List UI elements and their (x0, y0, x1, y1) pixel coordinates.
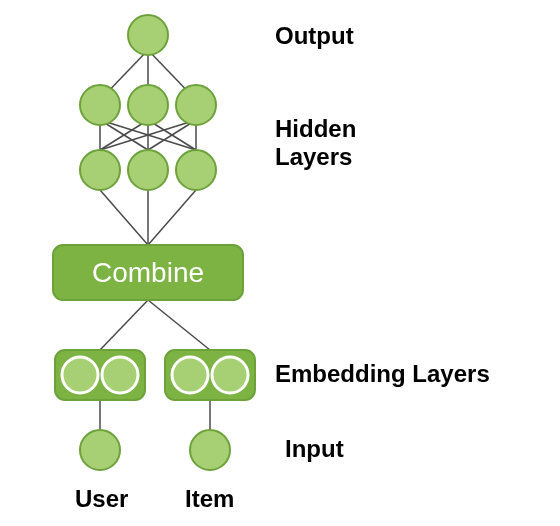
hidden-node (128, 85, 168, 125)
input-user-node (80, 430, 120, 470)
label-hidden: Hidden Layers (275, 115, 356, 170)
label-input: Input (285, 435, 344, 463)
embedding-user (55, 350, 145, 400)
label-user: User (75, 485, 128, 513)
svg-line-15 (100, 300, 148, 350)
svg-point-24 (212, 357, 248, 393)
svg-line-16 (148, 300, 210, 350)
diagram-svg: Combine (0, 0, 560, 526)
combine-label: Combine (92, 257, 204, 288)
label-item: Item (185, 485, 234, 513)
hidden-node (176, 85, 216, 125)
hidden-node (128, 150, 168, 190)
hidden-node (80, 150, 120, 190)
svg-line-12 (100, 190, 148, 245)
label-embedding: Embedding Layers (275, 360, 490, 388)
svg-point-20 (62, 357, 98, 393)
output-node (128, 15, 168, 55)
embedding-item (165, 350, 255, 400)
input-item-node (190, 430, 230, 470)
hidden-node (80, 85, 120, 125)
svg-point-23 (172, 357, 208, 393)
label-output: Output (275, 22, 354, 50)
svg-line-14 (148, 190, 196, 245)
nn-diagram: Combine Output Hidden Layers Embedding L… (0, 0, 560, 526)
svg-point-21 (102, 357, 138, 393)
hidden-node (176, 150, 216, 190)
